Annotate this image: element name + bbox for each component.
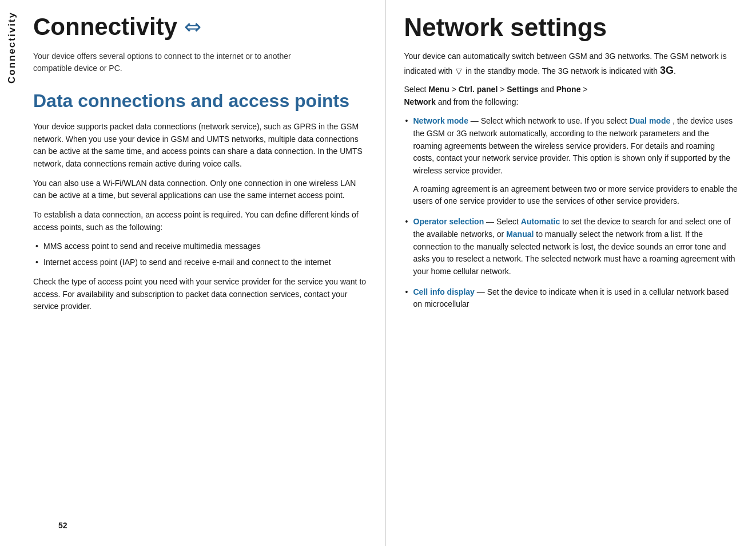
left-intro-text: Your device offers several options to co…	[33, 50, 331, 74]
body-text-3: To establish a data connection, an acces…	[33, 209, 367, 234]
select-network: Network	[404, 97, 436, 106]
select-sep1: >	[452, 85, 459, 94]
network-intro-text2: in the standby mode. The 3G network is i…	[465, 66, 658, 76]
list-item: MMS access point to send and receive mul…	[33, 240, 367, 253]
body-text-1: Your device supports packet data connect…	[33, 121, 367, 171]
term-operator-selection: Operator selection	[413, 217, 484, 226]
select-settings: Settings	[507, 85, 538, 94]
page-title: Connectivity	[33, 14, 177, 40]
select-ctrl: Ctrl. panel	[459, 85, 498, 94]
left-column: Connectivity ⇔ Your device offers severa…	[24, 0, 386, 546]
body-text-2: You can also use a Wi-Fi/WLAN data conne…	[33, 177, 367, 202]
network-intro: Your device can automatically switch bet…	[404, 50, 738, 79]
term-automatic: Automatic	[521, 217, 560, 226]
sidebar: Connectivity	[0, 0, 24, 546]
body-text-4: Check the type of access point you need …	[33, 276, 367, 313]
select-line: Select Menu > Ctrl. panel > Settings and…	[404, 84, 738, 108]
left-bullet-list: MMS access point to send and receive mul…	[33, 240, 367, 268]
right-column: Network settings Your device can automat…	[386, 0, 757, 546]
term-network-mode: Network mode	[413, 116, 468, 125]
right-bullet-list: Network mode — Select which network to u…	[404, 115, 738, 311]
select-sep3: >	[583, 85, 587, 94]
select-phone: Phone	[556, 85, 581, 94]
select-menu: Menu	[428, 85, 449, 94]
three-g-symbol: 3G	[660, 65, 674, 76]
page-number: 52	[58, 521, 67, 530]
list-item-cell-info: Cell info display — Set the device to in…	[404, 286, 738, 311]
roaming-paragraph: A roaming agreement is an agreement betw…	[413, 183, 738, 208]
antenna-icon: ▽	[456, 66, 462, 76]
list-item: Internet access point (IAP) to send and …	[33, 256, 367, 269]
select-and: and	[540, 85, 556, 94]
list-item-network-mode: Network mode — Select which network to u…	[404, 115, 738, 208]
sidebar-label: Connectivity	[6, 11, 18, 89]
page-title-area: Connectivity ⇔	[33, 14, 367, 40]
select-suffix: and from the following:	[438, 97, 519, 106]
network-title: Network settings	[404, 14, 738, 41]
term-manual: Manual	[506, 230, 534, 239]
select-sep2: >	[500, 85, 507, 94]
term-cell-info: Cell info display	[413, 287, 475, 296]
list-item-operator-selection: Operator selection — Select Automatic to…	[404, 216, 738, 278]
select-prefix: Select	[404, 85, 427, 94]
section-heading: Data connections and access points	[33, 90, 367, 112]
term-dual-mode: Dual mode	[630, 116, 671, 125]
emdash-1: — Select which network to use. If you se…	[471, 116, 627, 125]
connectivity-icon: ⇔	[184, 15, 201, 39]
emdash-2: — Select	[486, 217, 519, 226]
